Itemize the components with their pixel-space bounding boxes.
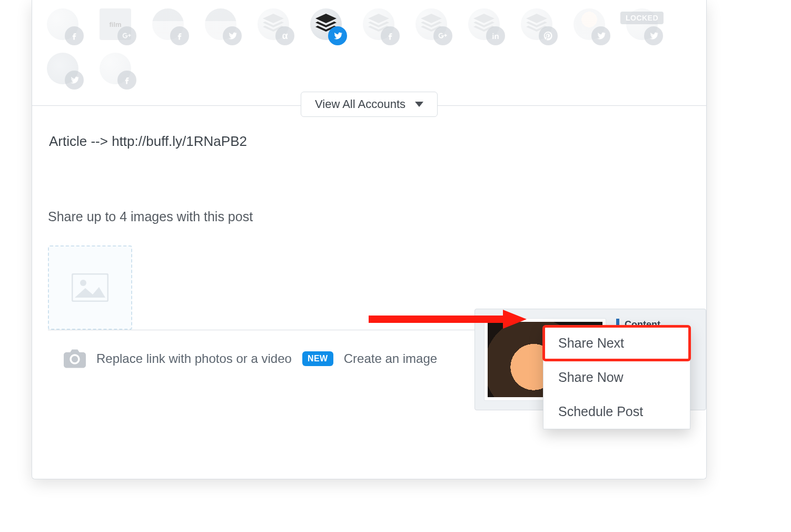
camera-icon xyxy=(64,349,86,368)
buffer-compose-modal: film xyxy=(32,0,707,479)
account-item[interactable] xyxy=(363,8,394,40)
svg-point-1 xyxy=(80,280,86,286)
account-item[interactable] xyxy=(205,8,236,40)
facebook-icon xyxy=(65,26,84,45)
twitter-icon xyxy=(65,71,84,90)
linkedin-icon: in xyxy=(486,26,505,45)
accounts-section: film xyxy=(32,0,706,106)
account-item[interactable]: α xyxy=(258,8,289,40)
googleplus-icon xyxy=(433,26,452,45)
compose-textarea[interactable] xyxy=(48,131,690,205)
account-item[interactable]: in xyxy=(468,8,500,40)
facebook-icon xyxy=(170,26,189,45)
share-now-option[interactable]: Share Now xyxy=(543,360,690,395)
facebook-icon xyxy=(117,71,136,90)
create-image-label[interactable]: Create an image xyxy=(344,351,437,366)
share-next-option[interactable]: Share Next xyxy=(543,326,690,360)
accounts-row: film xyxy=(47,8,691,105)
account-item[interactable] xyxy=(574,8,605,40)
new-badge: NEW xyxy=(302,351,333,366)
account-item[interactable] xyxy=(47,8,78,40)
account-item[interactable] xyxy=(521,8,552,40)
account-item[interactable] xyxy=(47,53,78,84)
account-item[interactable] xyxy=(152,8,184,40)
account-item[interactable] xyxy=(100,53,131,84)
twitter-icon xyxy=(223,26,242,45)
twitter-icon xyxy=(644,26,663,45)
compose-area: Share up to 4 images with this post Cont… xyxy=(32,106,706,479)
schedule-post-option[interactable]: Schedule Post xyxy=(543,395,690,429)
googleplus-icon xyxy=(117,26,136,45)
image-placeholder-icon xyxy=(72,273,108,302)
pinterest-icon xyxy=(539,26,558,45)
account-item[interactable]: film xyxy=(100,8,131,40)
replace-link-label[interactable]: Replace link with photos or a video xyxy=(96,351,292,366)
account-item-locked[interactable]: LOCKED xyxy=(626,8,658,40)
appnet-icon: α xyxy=(275,26,294,45)
facebook-icon xyxy=(381,26,400,45)
locked-badge: LOCKED xyxy=(620,12,664,24)
twitter-icon xyxy=(328,26,347,45)
image-upload-hint: Share up to 4 images with this post xyxy=(48,209,690,224)
account-item-selected[interactable] xyxy=(310,8,342,40)
share-options-menu: Share Next Share Now Schedule Post xyxy=(543,326,690,429)
twitter-icon xyxy=(591,26,610,45)
image-upload-slot[interactable] xyxy=(48,245,132,330)
account-item[interactable] xyxy=(416,8,447,40)
